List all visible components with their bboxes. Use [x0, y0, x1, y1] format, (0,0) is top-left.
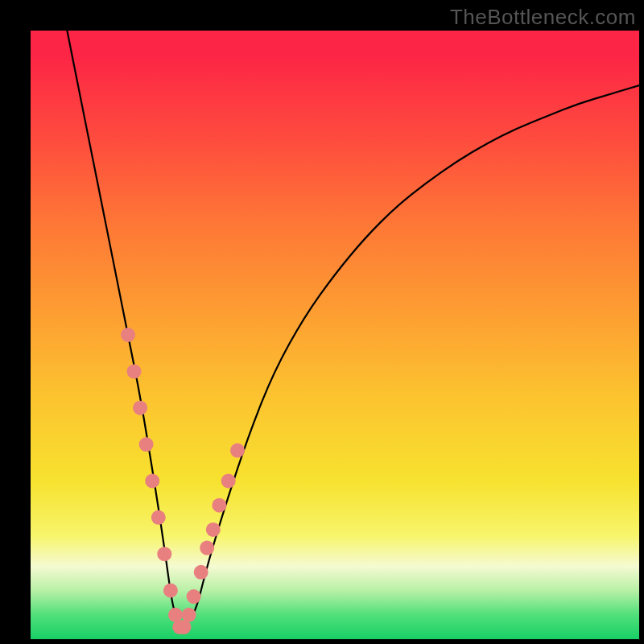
data-marker	[133, 401, 147, 415]
data-marker	[163, 584, 178, 598]
data-marker	[212, 498, 226, 513]
bottleneck-curve	[67, 31, 639, 624]
data-marker	[151, 510, 166, 525]
chart-svg	[31, 31, 639, 639]
marker-group	[121, 328, 245, 634]
data-marker	[221, 473, 236, 488]
watermark-text: TheBottleneck.com	[450, 5, 636, 30]
data-marker	[157, 547, 171, 561]
data-marker	[230, 444, 245, 458]
curve-path-group	[67, 31, 639, 624]
data-marker	[187, 589, 201, 604]
data-marker	[194, 565, 208, 580]
data-marker	[200, 541, 214, 555]
chart-frame: TheBottleneck.com	[0, 0, 644, 644]
data-marker	[145, 473, 159, 488]
data-marker	[206, 522, 221, 537]
plot-area	[31, 31, 639, 639]
data-marker	[182, 608, 196, 622]
data-marker	[139, 437, 154, 452]
data-marker	[121, 328, 135, 342]
data-marker	[127, 364, 142, 378]
